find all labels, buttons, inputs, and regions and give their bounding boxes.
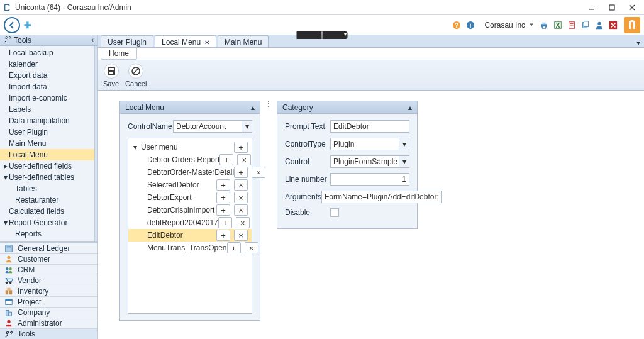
module-customer[interactable]: Customer bbox=[0, 253, 97, 264]
user-icon[interactable] bbox=[594, 20, 604, 30]
chevron-down-icon[interactable]: ▾ bbox=[399, 138, 409, 150]
disable-checkbox[interactable] bbox=[330, 208, 339, 217]
module-inventory[interactable]: Inventory bbox=[0, 286, 97, 296]
tree-item-debtorcrispinimport[interactable]: DebtorCrispinImport+× bbox=[128, 204, 252, 216]
tree-item-debtor-orders-report[interactable]: Debtor Orders Report+× bbox=[128, 153, 252, 166]
module-vendor[interactable]: Vendor bbox=[0, 275, 97, 286]
sidebar-item-tables[interactable]: Tables bbox=[0, 183, 97, 194]
arguments-input[interactable]: FormName=PluginAddEditDebtor; bbox=[321, 191, 442, 203]
add-button[interactable]: + bbox=[216, 179, 230, 191]
collapse-panel-icon[interactable]: ▴ bbox=[408, 103, 412, 112]
sidebar-item-export-data[interactable]: Export data bbox=[0, 70, 97, 81]
tree-item-editdebtor[interactable]: EditDebtor+× bbox=[128, 229, 252, 242]
window-close-button[interactable] bbox=[623, 1, 641, 14]
tab-user-plugin[interactable]: User Plugin bbox=[101, 35, 153, 47]
sidebar-item-kalender[interactable]: kalender bbox=[0, 58, 97, 70]
sidebar-item-user-defined-tables[interactable]: ▾User-defined tables bbox=[0, 172, 97, 183]
module-company[interactable]: Company bbox=[0, 307, 97, 318]
copy-icon[interactable] bbox=[580, 20, 591, 30]
info-icon[interactable]: i bbox=[465, 20, 475, 30]
sidebar-header[interactable]: Tools ‹ bbox=[0, 35, 97, 46]
sidebar-item-data-manipulation[interactable]: Data manipulation bbox=[0, 115, 97, 126]
brand-label: Corasau Inc bbox=[484, 21, 525, 30]
svg-text:i: i bbox=[470, 21, 472, 28]
remove-button[interactable]: × bbox=[234, 179, 248, 191]
brand-logo[interactable] bbox=[624, 17, 640, 33]
remove-button[interactable]: × bbox=[237, 154, 251, 165]
sidebar-item-labels[interactable]: Labels bbox=[0, 104, 97, 115]
sidebar-item-import-economic[interactable]: Import e-conomic bbox=[0, 92, 97, 104]
prompt-text-input[interactable]: EditDebtor bbox=[330, 120, 409, 133]
excel-icon[interactable]: X bbox=[553, 20, 563, 30]
remove-button[interactable]: × bbox=[245, 242, 258, 253]
ribbon-label: Cancel bbox=[125, 80, 147, 87]
center-tab-2[interactable]: ▾ bbox=[323, 31, 348, 39]
remove-button[interactable]: × bbox=[234, 192, 248, 203]
tab-local-menu[interactable]: Local Menu✕ bbox=[155, 35, 216, 47]
remove-button[interactable]: × bbox=[252, 167, 265, 178]
tab-close-icon[interactable]: ✕ bbox=[204, 39, 209, 46]
module-tools[interactable]: Tools bbox=[0, 328, 97, 339]
collapse-panel-icon[interactable]: ▴ bbox=[251, 103, 255, 112]
remove-button[interactable]: × bbox=[236, 217, 250, 228]
sidebar-item-local-backup[interactable]: Local backup bbox=[0, 47, 97, 58]
sidebar-item-main-menu[interactable]: Main Menu bbox=[0, 138, 97, 149]
sidebar-item-user-defined-fields[interactable]: ▸User-defined fields bbox=[0, 160, 97, 172]
tabstrip-options-icon[interactable]: ▾ bbox=[633, 38, 644, 47]
sidebar-item-restauranter[interactable]: Restauranter bbox=[0, 194, 97, 206]
add-button[interactable]: + bbox=[227, 242, 241, 253]
add-child-button[interactable]: + bbox=[234, 142, 248, 153]
local-menu-panel-header[interactable]: Local Menu ▴ bbox=[120, 101, 260, 114]
center-tab-1[interactable] bbox=[297, 31, 322, 39]
sidebar-item-reports[interactable]: Reports bbox=[0, 228, 97, 240]
ribbon-tab-home[interactable]: Home bbox=[101, 48, 137, 60]
line-number-input[interactable]: 1 bbox=[330, 173, 409, 186]
printer-icon[interactable] bbox=[539, 20, 549, 30]
sidebar-item-import-data[interactable]: Import data bbox=[0, 81, 97, 92]
chevron-down-icon[interactable]: ▾ bbox=[242, 121, 252, 132]
add-button[interactable]: + bbox=[216, 204, 230, 216]
sidebar-item-local-menu[interactable]: Local Menu bbox=[0, 149, 97, 160]
save-button[interactable]: Save bbox=[103, 64, 119, 87]
control-type-combo[interactable]: Plugin▾ bbox=[330, 138, 409, 150]
control-name-combo[interactable]: DebtorAccount ▾ bbox=[173, 120, 252, 133]
add-button[interactable]: + bbox=[216, 192, 230, 203]
tree-root-user-menu[interactable]: ▾ User menu + bbox=[128, 141, 252, 153]
error-icon[interactable] bbox=[608, 20, 618, 30]
module-crm[interactable]: CRM bbox=[0, 264, 97, 275]
panel-splitter[interactable] bbox=[268, 101, 269, 107]
tree-item-debtreport[interactable]: debtReport20042017+× bbox=[128, 216, 252, 229]
window-minimize-button[interactable] bbox=[582, 1, 601, 14]
tree-item-menutrans[interactable]: MenuTrans_TransOpen+× bbox=[128, 242, 252, 254]
brand-dropdown[interactable]: Corasau Inc ▼ bbox=[477, 20, 537, 30]
chevron-down-icon[interactable]: ▾ bbox=[399, 156, 409, 167]
module-administrator[interactable]: Administrator bbox=[0, 318, 97, 328]
tree-item-debtororder-masterdetail[interactable]: DebtorOrder-MasterDetail+× bbox=[128, 166, 252, 179]
remove-button[interactable]: × bbox=[234, 204, 248, 216]
category-panel-header[interactable]: Category ▴ bbox=[277, 101, 417, 114]
window-maximize-button[interactable] bbox=[602, 1, 621, 14]
add-button[interactable]: + bbox=[234, 167, 248, 178]
tree-item-selecteddebtor[interactable]: SelectedDebtor+× bbox=[128, 179, 252, 191]
module-general-ledger[interactable]: General Ledger bbox=[0, 243, 97, 253]
tree-item-debtorexport[interactable]: DebtorExport+× bbox=[128, 191, 252, 204]
add-button[interactable]: ✚ bbox=[24, 20, 31, 30]
sidebar-item-report-generator[interactable]: ▾Report Generator bbox=[0, 217, 97, 228]
remove-button[interactable]: × bbox=[234, 230, 248, 241]
admin-icon bbox=[4, 318, 14, 328]
tab-main-menu[interactable]: Main Menu bbox=[218, 35, 269, 47]
svg-rect-7 bbox=[542, 22, 545, 24]
sidebar-scrollbar[interactable] bbox=[94, 46, 97, 241]
add-button[interactable]: + bbox=[218, 217, 232, 228]
module-project[interactable]: Project bbox=[0, 296, 97, 307]
cancel-button[interactable]: Cancel bbox=[125, 64, 147, 87]
back-button[interactable] bbox=[4, 17, 20, 33]
help-icon[interactable]: ? bbox=[452, 20, 462, 30]
sidebar-item-calculated-fields[interactable]: Calculated fields bbox=[0, 206, 97, 217]
document-icon[interactable] bbox=[567, 20, 577, 30]
control-combo[interactable]: PluginFormSample▾ bbox=[330, 155, 409, 168]
add-button[interactable]: + bbox=[216, 230, 230, 241]
sidebar-item-user-plugin[interactable]: User Plugin bbox=[0, 126, 97, 138]
collapse-icon[interactable]: ‹ bbox=[92, 36, 94, 43]
add-button[interactable]: + bbox=[219, 154, 233, 165]
